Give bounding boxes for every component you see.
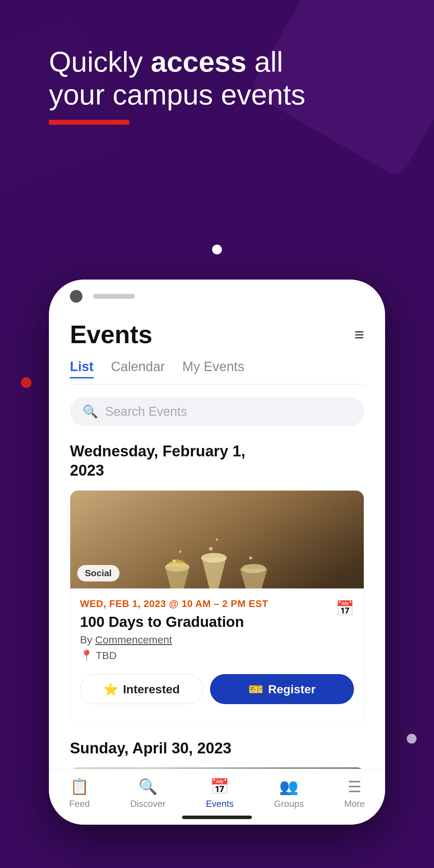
- search-bar[interactable]: 🔍 Search Events: [70, 397, 364, 426]
- discover-icon: 🔍: [138, 777, 158, 796]
- hero-text: Quickly access allyour campus events: [49, 45, 385, 111]
- phone-home-indicator: [182, 816, 252, 819]
- event-image-1: Social: [70, 491, 364, 588]
- app-content: Events ≡ List Calendar My Events 🔍 Searc…: [49, 303, 385, 825]
- events-header: Events ≡: [70, 320, 364, 349]
- svg-point-3: [241, 564, 266, 573]
- nav-item-groups[interactable]: 👥 Groups: [274, 777, 304, 809]
- nav-item-discover[interactable]: 🔍 Discover: [130, 777, 166, 809]
- nav-label-discover: Discover: [130, 798, 166, 809]
- star-icon: ⭐: [103, 682, 118, 696]
- search-icon: 🔍: [82, 404, 98, 419]
- phone-mockup: Events ≡ List Calendar My Events 🔍 Searc…: [49, 280, 385, 825]
- event-badge: Social: [77, 565, 120, 581]
- location-pin-icon: 📍: [80, 649, 93, 661]
- interested-button[interactable]: ⭐ Interested: [80, 674, 203, 704]
- svg-point-4: [173, 559, 176, 563]
- filter-icon[interactable]: ≡: [354, 325, 364, 344]
- svg-point-8: [249, 556, 252, 559]
- event-organizer[interactable]: Commencement: [95, 634, 172, 645]
- more-icon: ☰: [348, 778, 361, 796]
- event-organizer-row: By Commencement: [80, 634, 336, 646]
- nav-item-events[interactable]: 📅 Events: [206, 777, 234, 809]
- nav-label-events: Events: [206, 798, 234, 809]
- event-name-1: 100 Days to Graduation: [80, 614, 336, 630]
- phone-status-bar: [49, 280, 385, 303]
- search-input[interactable]: Search Events: [105, 404, 187, 419]
- indicator-dot-1: [212, 245, 222, 254]
- indicator-dot-2: [21, 377, 31, 388]
- tab-bar: List Calendar My Events: [70, 359, 364, 385]
- svg-point-7: [216, 538, 218, 541]
- nav-label-feed: Feed: [69, 798, 90, 809]
- event-datetime: WED, FEB 1, 2023 @ 10 AM – 2 PM EST: [80, 598, 336, 609]
- phone-camera: [70, 290, 82, 303]
- nav-item-more[interactable]: ☰ More: [344, 778, 365, 809]
- event-location: 📍 TBD: [80, 649, 336, 661]
- events-icon: 📅: [210, 777, 229, 796]
- tab-list[interactable]: List: [70, 359, 94, 378]
- feed-icon: 📋: [70, 777, 89, 796]
- indicator-dot-3: [407, 734, 417, 744]
- svg-point-5: [179, 551, 182, 553]
- tab-calendar[interactable]: Calendar: [111, 359, 165, 378]
- nav-item-feed[interactable]: 📋 Feed: [69, 777, 90, 809]
- hero-section: Quickly access allyour campus events: [49, 45, 385, 125]
- nav-label-more: More: [344, 798, 365, 809]
- svg-point-6: [209, 547, 213, 551]
- event-card-1: Social WED, FEB 1, 2023 @ 10 AM – 2 PM E…: [70, 490, 364, 724]
- date-heading-2: Sunday, April 30, 2023: [70, 739, 364, 757]
- groups-icon: 👥: [279, 777, 298, 796]
- phone-speaker: [93, 294, 135, 299]
- register-icon: 🎫: [248, 682, 263, 696]
- svg-point-2: [201, 553, 227, 563]
- date-heading-1: Wednesday, February 1,2023: [70, 441, 364, 480]
- register-button[interactable]: 🎫 Register: [210, 674, 354, 704]
- hero-underline: [49, 120, 129, 125]
- nav-label-groups: Groups: [274, 798, 304, 809]
- page-title: Events: [70, 320, 152, 349]
- event-actions: ⭐ Interested 🎫 Register: [80, 674, 354, 704]
- event-details-1: WED, FEB 1, 2023 @ 10 AM – 2 PM EST 100 …: [70, 588, 364, 724]
- add-to-calendar-icon[interactable]: 📅: [336, 600, 354, 616]
- tab-my-events[interactable]: My Events: [182, 359, 244, 378]
